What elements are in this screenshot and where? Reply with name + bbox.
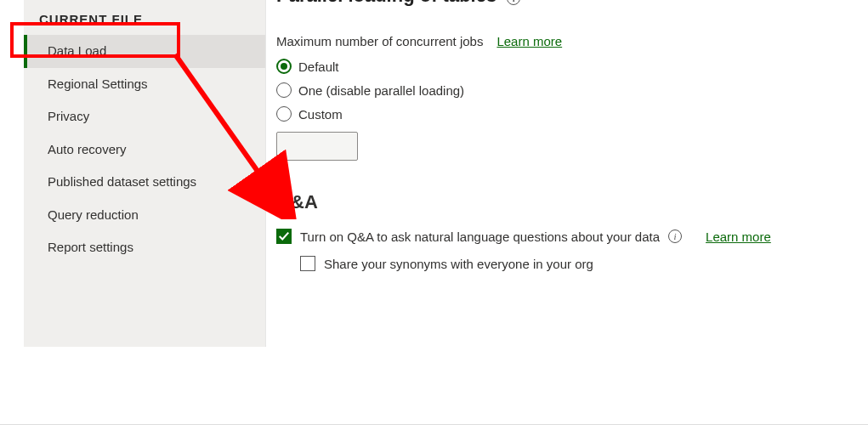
checkbox-turn-on-qna[interactable] <box>276 229 292 244</box>
sidebar-item-report-settings[interactable]: Report settings <box>24 231 265 264</box>
check-icon <box>278 230 290 242</box>
link-learn-more-qna[interactable]: Learn more <box>706 230 771 244</box>
sidebar-item-label: Data Load <box>48 43 106 58</box>
sidebar-item-privacy[interactable]: Privacy <box>24 100 265 133</box>
radio-one[interactable] <box>276 82 292 98</box>
radio-label-default: Default <box>298 60 339 74</box>
sidebar-item-label: Auto recovery <box>48 142 127 156</box>
sidebar-item-label: Report settings <box>48 240 133 254</box>
link-learn-more-parallel[interactable]: Learn more <box>496 34 562 48</box>
sidebar-item-data-load[interactable]: Data Load <box>24 35 265 68</box>
sidebar-item-published-dataset-settings[interactable]: Published dataset settings <box>24 166 265 199</box>
info-icon[interactable]: i <box>507 0 520 5</box>
radio-label-one: One (disable parallel loading) <box>298 83 464 98</box>
sidebar-item-auto-recovery[interactable]: Auto recovery <box>24 133 265 167</box>
radio-label-custom: Custom <box>298 107 343 122</box>
input-custom-jobs[interactable] <box>276 132 358 161</box>
label-turn-on-qna: Turn on Q&A to ask natural language ques… <box>300 230 660 244</box>
section-title-text: Parallel loading of tables <box>276 0 496 6</box>
sidebar-item-label: Query reduction <box>48 207 139 222</box>
radio-default[interactable] <box>276 59 292 74</box>
sidebar-item-label: Regional Settings <box>48 76 148 91</box>
info-icon[interactable]: i <box>668 230 682 243</box>
radio-custom[interactable] <box>276 106 292 122</box>
sidebar-item-query-reduction[interactable]: Query reduction <box>24 199 265 232</box>
radio-group-parallel: Default One (disable parallel loading) C… <box>276 59 853 161</box>
sidebar-header-current-file: CURRENT FILE <box>24 0 265 35</box>
checkbox-share-synonyms[interactable] <box>300 256 315 271</box>
sidebar-item-regional-settings[interactable]: Regional Settings <box>24 68 265 101</box>
section-title-qna: Q&A <box>276 191 853 213</box>
sidebar: CURRENT FILE Data Load Regional Settings… <box>24 0 266 347</box>
label-share-synonyms: Share your synonyms with everyone in you… <box>324 257 593 271</box>
sidebar-item-label: Privacy <box>48 109 89 123</box>
main-content: Parallel loading of tables i Maximum num… <box>266 0 868 424</box>
sidebar-item-label: Published dataset settings <box>48 174 196 189</box>
label-max-concurrent-jobs: Maximum number of concurrent jobs <box>276 34 483 48</box>
section-title-parallel-loading: Parallel loading of tables i <box>276 0 520 7</box>
